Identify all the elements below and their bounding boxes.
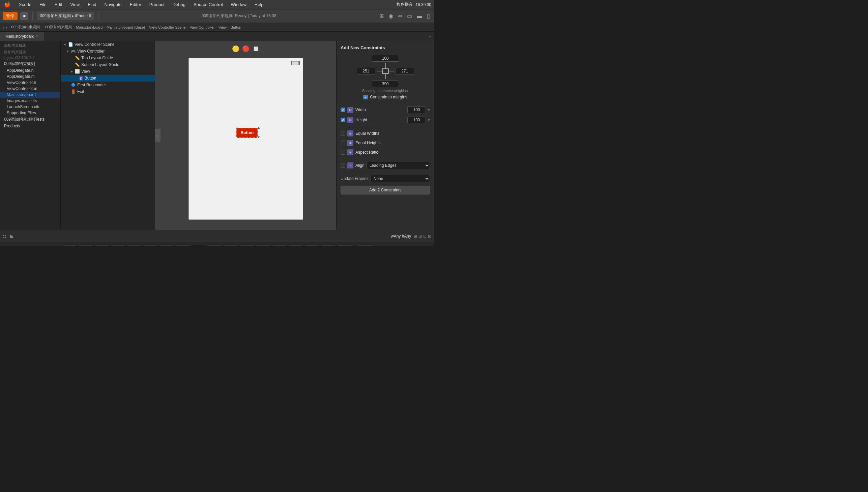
tab-main-storyboard[interactable]: Main.storyboard ✕ (0, 32, 44, 41)
sidebar-item-viewcontroller-h[interactable]: ViewController.h (0, 79, 61, 85)
expand-arrow-view[interactable]: ▼ (70, 70, 73, 73)
layout-btn-3[interactable]: ⊡ (423, 234, 427, 239)
dock-itunes[interactable]: 🎵 (240, 245, 255, 246)
top-spacing-input[interactable] (372, 55, 399, 62)
dock-python[interactable]: 🐍 (191, 245, 206, 246)
menubar-product[interactable]: Product (148, 1, 166, 8)
layout-btn-1[interactable]: ⊞ (414, 234, 417, 239)
layout-icon-6[interactable]: ▯ (426, 12, 431, 20)
dock-instruments[interactable]: 🎯 (305, 245, 319, 246)
left-spacing-input[interactable] (357, 68, 375, 74)
menubar-find[interactable]: Find (86, 1, 97, 8)
dock-launchpad[interactable]: 🚀 (94, 245, 109, 246)
breadcrumb-item-7[interactable]: View (218, 25, 227, 29)
menubar-window[interactable]: Window (230, 1, 248, 8)
sidebar-item-2[interactable]: 009添加约束规则 (0, 60, 61, 67)
tree-item-view-controller[interactable]: ▼ 🎮 View Controller (61, 48, 155, 55)
sidebar-item-main-storyboard[interactable]: Main.storyboard (0, 92, 61, 98)
sidebar-item-supporting-files[interactable]: Supporting Files (0, 110, 61, 116)
pause-button[interactable]: 暂停 (3, 12, 18, 20)
breadcrumb-item-5[interactable]: View Controller Scene (149, 25, 186, 29)
nav-forward-button[interactable]: › (6, 25, 7, 30)
constrain-to-margins-checkbox[interactable]: ✓ (363, 95, 368, 99)
sidebar-item-tests[interactable]: 009添加约束规则Tests (0, 116, 61, 123)
equal-heights-checkbox[interactable] (341, 141, 345, 145)
bottom-spacing-input[interactable] (372, 80, 399, 87)
layout-icon-2[interactable]: ◉ (387, 12, 395, 20)
dock-files[interactable]: 📁 (126, 245, 141, 246)
dock-onenote[interactable]: 🗒️ (207, 245, 222, 246)
sidebar-item-viewcontroller-m[interactable]: ViewController.m (0, 85, 61, 92)
tree-item-bottom-layout[interactable]: ▶ 📏 Bottom Layout Guide (61, 62, 155, 68)
handle-tr[interactable] (258, 127, 260, 129)
sidebar-item-appdelegate-h[interactable]: AppDelegate.h (0, 67, 61, 73)
dock-trash[interactable]: 🗑️ (357, 245, 372, 246)
tree-item-view[interactable]: ▼ ⬜ View (61, 68, 155, 75)
sidebar-item-products[interactable]: Products (0, 123, 61, 129)
tab-close-button[interactable]: ✕ (36, 34, 39, 38)
tree-item-first-responder[interactable]: ▶ 🔷 First Responder (61, 81, 155, 88)
menubar-debug[interactable]: Debug (171, 1, 187, 8)
menubar-edit[interactable]: Edit (53, 1, 63, 8)
align-checkbox[interactable] (341, 163, 345, 168)
width-input[interactable] (407, 106, 426, 113)
dock-xcode[interactable]: ⚡ (143, 245, 158, 246)
layout-icon-3[interactable]: ⇔ (397, 12, 404, 20)
dock-app1[interactable]: 🔨 (288, 245, 303, 246)
sidebar-item-launchscreen[interactable]: LaunchScreen.xib (0, 104, 61, 110)
breadcrumb-item-1[interactable]: 009添加约束规则 (11, 25, 40, 30)
menubar-xcode[interactable]: Xcode (18, 1, 33, 8)
handle-tl[interactable] (236, 127, 237, 129)
breadcrumb-item-2[interactable]: 009添加约束规则 (44, 25, 72, 30)
sidebar-item-0[interactable]: 添加约束规则 (0, 49, 61, 55)
expand-arrow-scene[interactable]: ▼ (63, 43, 67, 47)
menubar-help[interactable]: Help (253, 1, 265, 8)
dock-safari[interactable]: 🌐 (110, 245, 125, 246)
right-spacing-input[interactable] (396, 68, 414, 74)
expand-arrow-vc[interactable]: ▼ (66, 50, 69, 53)
handle-bl[interactable] (236, 137, 237, 138)
menubar-navigate[interactable]: Navigate (103, 1, 123, 8)
tree-item-exit[interactable]: ▶ 🚪 Exit (61, 88, 155, 95)
update-frames-select[interactable]: None (371, 175, 430, 182)
apple-menu[interactable]: 🍎 (3, 1, 12, 8)
layout-btn-4[interactable]: ⊠ (428, 234, 431, 239)
dock-pkg[interactable]: 📦 (272, 245, 287, 246)
menubar-source-control[interactable]: Source Control (192, 1, 224, 8)
breadcrumb-item-6[interactable]: View Controller (189, 25, 214, 29)
layout-btn-2[interactable]: ⊟ (419, 234, 422, 239)
dock-terminal[interactable]: 🖥️ (224, 245, 238, 246)
tab-add-button[interactable]: + (426, 32, 434, 41)
dock-photos[interactable]: 🖼️ (321, 245, 335, 246)
layout-icon-1[interactable]: ⊞ (378, 12, 385, 20)
tree-item-scene[interactable]: ▼ 📄 View Controller Scene (61, 41, 155, 48)
equal-widths-checkbox[interactable] (341, 131, 345, 136)
menubar-view[interactable]: View (69, 1, 81, 8)
dock-settings[interactable]: ⚙️ (78, 245, 93, 246)
stop-button[interactable]: ■ (20, 12, 28, 20)
dock-gear[interactable]: ⚙️ (337, 245, 352, 246)
breadcrumb-item-4[interactable]: Main.storyboard (Base) (107, 25, 145, 29)
add-constraints-button[interactable]: Add 2 Constraints (341, 186, 430, 194)
menubar-file[interactable]: File (38, 1, 48, 8)
breadcrumb-item-3[interactable]: Main.storyboard (76, 25, 102, 29)
dock-notes[interactable]: 📝 (159, 245, 174, 246)
align-select[interactable]: Leading Edges (367, 162, 430, 169)
dock-filezilla[interactable]: 📤 (256, 245, 271, 246)
dock-security[interactable]: 🔐 (175, 245, 190, 246)
layout-icon-4[interactable]: ▭ (406, 12, 414, 20)
nav-back-button[interactable]: ‹ (3, 25, 4, 30)
menubar-editor[interactable]: Editor (128, 1, 143, 8)
width-dropdown-arrow[interactable]: ▾ (428, 108, 430, 112)
layout-icon-5[interactable]: ▬ (416, 12, 424, 20)
tree-item-button[interactable]: ▶ B Button (61, 75, 155, 81)
height-checkbox[interactable]: ✓ (341, 118, 345, 122)
button-in-canvas[interactable]: Button (236, 128, 258, 138)
sidebar-item-appdelegate-m[interactable]: AppDelegate.m (0, 73, 61, 79)
canvas-collapse-button[interactable]: › (155, 129, 161, 142)
aspect-ratio-checkbox[interactable] (341, 150, 345, 155)
dock-finder[interactable]: 🔵 (62, 245, 76, 246)
tree-item-top-layout[interactable]: ▶ 📏 Top Layout Guide (61, 55, 155, 62)
sidebar-item-images[interactable]: Images.xcassets (0, 98, 61, 104)
handle-br[interactable] (258, 137, 260, 138)
